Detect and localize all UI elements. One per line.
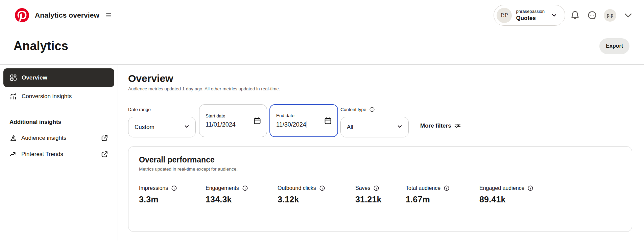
end-date-field[interactable]: End date 11/30/2024 [269, 104, 338, 137]
metric-value: 1.67m [406, 195, 479, 204]
overall-performance-card: Overall performance Metrics updated in r… [128, 146, 632, 232]
accounts-menu-button[interactable] [621, 8, 635, 22]
trend-arrow-icon [9, 151, 17, 158]
account-switcher[interactable]: P.P phrasepassion Quotes [494, 5, 565, 26]
chevron-down-icon [623, 10, 633, 20]
end-date-value: 11/30/2024 [276, 121, 306, 128]
section-subtitle: Audience metrics updated 1 day ago. All … [128, 86, 633, 91]
info-icon [369, 107, 375, 112]
sidebar-item-overview[interactable]: Overview [3, 68, 114, 87]
sidebar-item-audience-insights[interactable]: Audience insights [3, 130, 114, 146]
info-icon [319, 185, 325, 191]
sidebar-section-title: Additional insights [3, 116, 114, 130]
metrics-row: Impressions 3.3m Engagements [139, 185, 622, 204]
top-bar: Analytics overview P.P phrasepassion Quo… [0, 0, 644, 30]
pinterest-logo[interactable] [15, 8, 29, 23]
chevron-down-icon [184, 123, 190, 131]
sidebar-link-label: Audience insights [21, 135, 66, 141]
sidebar-item-conversion-insights[interactable]: Conversion insights [3, 87, 114, 106]
more-filters-label: More filters [420, 123, 451, 129]
metric-saves: Saves 31.21k [355, 185, 406, 204]
start-date-label: Start date [206, 113, 236, 118]
metric-value: 3.3m [139, 195, 206, 204]
pinterest-analytics-app: Analytics overview P.P phrasepassion Quo… [0, 0, 644, 243]
external-link-icon [101, 151, 108, 158]
engagements-info-button[interactable] [242, 185, 248, 191]
person-pie-icon [9, 134, 17, 142]
end-date-label: End date [276, 113, 307, 118]
app-title: Analytics overview [35, 11, 99, 19]
metric-outbound-clicks: Outbound clicks 3.12k [278, 185, 355, 204]
metric-value: 31.21k [355, 195, 406, 204]
topbar-left: Analytics overview [15, 8, 113, 23]
filters-bar: Date range Custom Start date 11/01/2024 [128, 104, 633, 137]
total-audience-info-button[interactable] [444, 185, 450, 191]
metric-value: 134.3k [206, 195, 278, 204]
metric-label: Total audience [406, 185, 440, 191]
menu-icon[interactable] [105, 12, 113, 19]
sidebar: Overview Conversion insights Additional … [0, 65, 118, 241]
topbar-right: P.P phrasepassion Quotes [494, 5, 635, 26]
text-caret [307, 121, 307, 128]
profile-button[interactable]: p.p [602, 7, 618, 24]
section-title: Overview [128, 73, 633, 84]
date-range-group: Date range Custom [128, 104, 196, 137]
metric-label: Engaged audience [479, 185, 524, 191]
notifications-button[interactable] [568, 8, 582, 22]
metric-label: Engagements [206, 185, 239, 191]
content-type-select[interactable]: All [340, 117, 409, 137]
metric-value: 3.12k [278, 195, 355, 204]
sidebar-divider [3, 111, 114, 111]
sidebar-link-label: Pinterest Trends [21, 151, 63, 158]
date-range-select[interactable]: Custom [128, 117, 196, 137]
metric-impressions: Impressions 3.3m [139, 185, 206, 204]
info-icon [527, 185, 533, 191]
date-range-value: Custom [135, 124, 154, 131]
calendar-icon [253, 117, 261, 125]
chevron-down-icon [549, 10, 559, 21]
page-title: Analytics [14, 39, 68, 53]
sidebar-item-label: Overview [22, 74, 47, 81]
page-header: Analytics Export [0, 28, 644, 64]
account-username: phrasepassion [516, 9, 545, 14]
bell-icon [570, 10, 580, 20]
account-texts: phrasepassion Quotes [516, 9, 545, 22]
pinterest-logo-icon [15, 8, 29, 22]
info-icon [373, 185, 379, 191]
info-icon [171, 185, 177, 191]
conversion-chart-icon [9, 92, 17, 100]
more-filters-button[interactable]: More filters [420, 122, 461, 129]
metric-engagements: Engagements 134.3k [206, 185, 278, 204]
sliders-icon [454, 122, 461, 129]
content-layout: Overview Conversion insights Additional … [0, 65, 644, 241]
card-title: Overall performance [139, 155, 622, 164]
metric-label: Outbound clicks [278, 185, 316, 191]
account-avatar: P.P [497, 8, 512, 23]
start-date-field[interactable]: Start date 11/01/2024 [199, 104, 267, 137]
chevron-down-icon [397, 123, 403, 131]
impressions-info-button[interactable] [171, 185, 177, 191]
export-button[interactable]: Export [599, 38, 629, 54]
metric-engaged-audience: Engaged audience 89.41k [479, 185, 533, 204]
main-content: Overview Audience metrics updated 1 day … [118, 65, 644, 241]
profile-avatar: p.p [604, 9, 616, 22]
content-type-info-button[interactable] [369, 107, 375, 112]
start-date-value: 11/01/2024 [206, 121, 236, 128]
card-subtitle: Metrics updated in real-time except for … [139, 167, 622, 172]
sidebar-item-label: Conversion insights [22, 93, 72, 100]
grid-icon [9, 74, 17, 82]
calendar-icon [324, 117, 332, 125]
metric-label: Impressions [139, 185, 168, 191]
metric-value: 89.41k [479, 195, 533, 204]
account-board-name: Quotes [516, 15, 536, 22]
content-type-value: All [347, 124, 353, 131]
messages-button[interactable] [585, 8, 599, 22]
engaged-audience-info-button[interactable] [527, 185, 533, 191]
saves-info-button[interactable] [373, 185, 379, 191]
sidebar-item-pinterest-trends[interactable]: Pinterest Trends [3, 146, 114, 162]
info-icon [242, 185, 248, 191]
info-icon [444, 185, 450, 191]
chat-bubble-icon [587, 10, 597, 20]
external-link-icon [101, 134, 108, 142]
outbound-clicks-info-button[interactable] [319, 185, 325, 191]
